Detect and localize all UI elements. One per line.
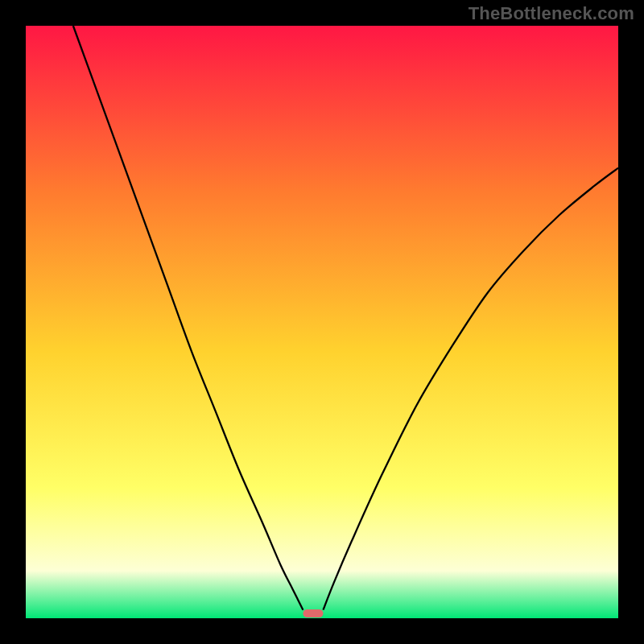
gradient-background: [26, 26, 618, 618]
watermark-label: TheBottleneck.com: [469, 3, 634, 24]
minimum-marker: [303, 609, 323, 617]
chart-frame: TheBottleneck.com: [0, 0, 644, 644]
bottleneck-plot: [0, 0, 644, 644]
